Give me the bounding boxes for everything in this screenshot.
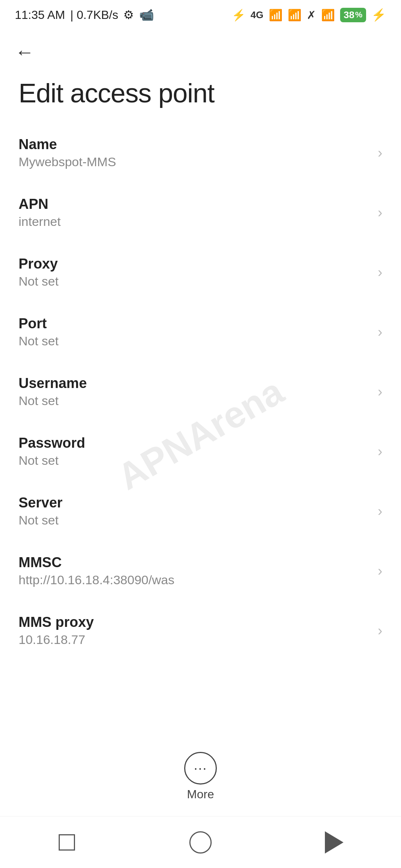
setting-password-text: Password Not set bbox=[19, 435, 370, 468]
setting-name-label: Name bbox=[19, 137, 370, 152]
setting-proxy-text: Proxy Not set bbox=[19, 256, 370, 289]
video-icon: 📹 bbox=[139, 8, 154, 22]
setting-apn-label: APN bbox=[19, 196, 370, 212]
time-display: 11:35 AM bbox=[15, 8, 65, 22]
setting-name-text: Name Mywebspot-MMS bbox=[19, 137, 370, 169]
settings-icon: ⚙ bbox=[123, 8, 134, 22]
signal-bars2-icon: 📶 bbox=[288, 9, 301, 22]
chevron-icon-mms-proxy: › bbox=[378, 623, 382, 639]
setting-mmsc-value: http://10.16.18.4:38090/was bbox=[19, 573, 370, 587]
signal-cross-icon: ✗ bbox=[307, 9, 316, 22]
back-area[interactable]: ← bbox=[0, 30, 401, 67]
more-label: More bbox=[187, 788, 214, 801]
setting-username-text: Username Not set bbox=[19, 375, 370, 408]
status-left: 11:35 AM | 0.7KB/s ⚙ 📹 bbox=[15, 8, 154, 22]
setting-mmsc-text: MMSC http://10.16.18.4:38090/was bbox=[19, 555, 370, 587]
chevron-icon-password: › bbox=[378, 444, 382, 460]
setting-apn-text: APN internet bbox=[19, 196, 370, 229]
signal-bars-icon: 📶 bbox=[269, 9, 283, 22]
setting-proxy[interactable]: Proxy Not set › bbox=[0, 243, 401, 302]
back-icon bbox=[325, 831, 343, 854]
more-button[interactable]: ··· More bbox=[184, 752, 217, 801]
setting-password-label: Password bbox=[19, 435, 370, 451]
signal-4g-icon: 4G bbox=[251, 9, 264, 21]
setting-name[interactable]: Name Mywebspot-MMS › bbox=[0, 123, 401, 183]
setting-apn[interactable]: APN internet › bbox=[0, 183, 401, 243]
battery-percent: % bbox=[355, 10, 362, 20]
setting-mms-proxy-label: MMS proxy bbox=[19, 614, 370, 630]
bottom-nav bbox=[0, 816, 401, 868]
setting-apn-value: internet bbox=[19, 214, 370, 229]
nav-recent-button[interactable] bbox=[48, 824, 85, 861]
setting-port-value: Not set bbox=[19, 334, 370, 348]
setting-port[interactable]: Port Not set › bbox=[0, 302, 401, 362]
battery-indicator: 38 % bbox=[340, 8, 366, 22]
setting-name-value: Mywebspot-MMS bbox=[19, 155, 370, 169]
page-title: Edit access point bbox=[0, 67, 401, 123]
chevron-icon-name: › bbox=[378, 145, 382, 161]
setting-username-value: Not set bbox=[19, 394, 370, 408]
setting-mmsc[interactable]: MMSC http://10.16.18.4:38090/was › bbox=[0, 541, 401, 601]
setting-port-label: Port bbox=[19, 316, 370, 332]
setting-mms-proxy-text: MMS proxy 10.16.18.77 bbox=[19, 614, 370, 647]
chevron-icon-apn: › bbox=[378, 205, 382, 221]
setting-server[interactable]: Server Not set › bbox=[0, 481, 401, 541]
setting-server-value: Not set bbox=[19, 513, 370, 527]
home-icon bbox=[189, 831, 212, 854]
chevron-icon-port: › bbox=[378, 324, 382, 340]
nav-home-button[interactable] bbox=[182, 824, 219, 861]
setting-server-label: Server bbox=[19, 495, 370, 511]
chevron-icon-username: › bbox=[378, 384, 382, 400]
setting-username-label: Username bbox=[19, 375, 370, 391]
charging-icon: ⚡ bbox=[371, 8, 386, 22]
setting-server-text: Server Not set bbox=[19, 495, 370, 527]
setting-proxy-label: Proxy bbox=[19, 256, 370, 272]
setting-mms-proxy[interactable]: MMS proxy 10.16.18.77 › bbox=[0, 601, 401, 661]
setting-username[interactable]: Username Not set › bbox=[0, 362, 401, 422]
status-right: ⚡ 4G 📶 📶 ✗ 📶 38 % ⚡ bbox=[232, 8, 386, 22]
setting-proxy-value: Not set bbox=[19, 274, 370, 289]
chevron-icon-proxy: › bbox=[378, 264, 382, 280]
more-circle-icon: ··· bbox=[184, 752, 217, 785]
chevron-icon-mmsc: › bbox=[378, 563, 382, 579]
wifi-icon: 📶 bbox=[321, 9, 335, 22]
setting-mmsc-label: MMSC bbox=[19, 555, 370, 571]
more-dots-icon: ··· bbox=[194, 760, 207, 776]
chevron-icon-server: › bbox=[378, 503, 382, 519]
setting-password-value: Not set bbox=[19, 453, 370, 468]
settings-list: Name Mywebspot-MMS › APN internet › Prox… bbox=[0, 123, 401, 661]
nav-back-button[interactable] bbox=[316, 824, 353, 861]
setting-password[interactable]: Password Not set › bbox=[0, 422, 401, 481]
battery-level: 38 bbox=[344, 9, 355, 21]
bluetooth-icon: ⚡ bbox=[232, 9, 245, 22]
setting-port-text: Port Not set bbox=[19, 316, 370, 348]
speed-display: | 0.7KB/s bbox=[70, 8, 118, 22]
recent-apps-icon bbox=[59, 834, 75, 851]
status-bar: 11:35 AM | 0.7KB/s ⚙ 📹 ⚡ 4G 📶 📶 ✗ 📶 38 %… bbox=[0, 0, 401, 30]
back-button[interactable]: ← bbox=[15, 41, 34, 63]
setting-mms-proxy-value: 10.16.18.77 bbox=[19, 632, 370, 647]
